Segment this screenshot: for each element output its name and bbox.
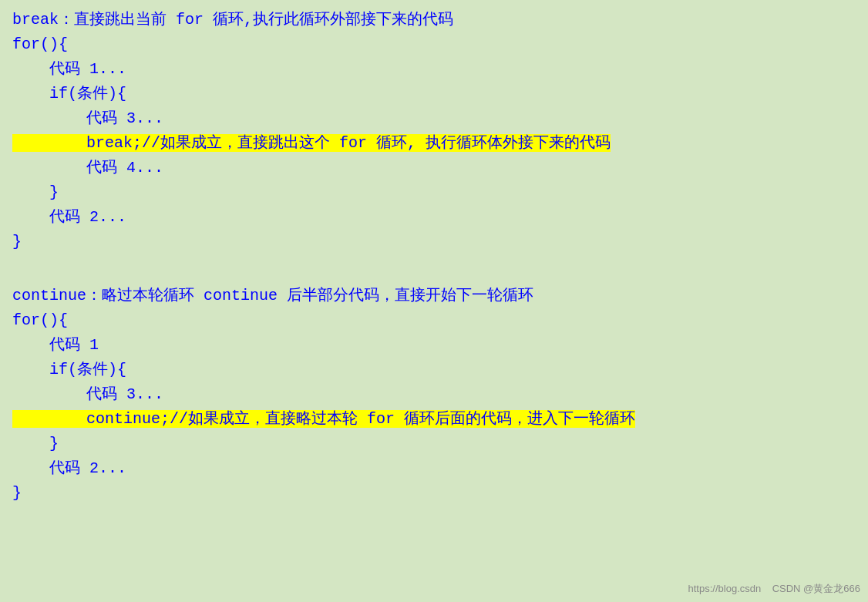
watermark: https://blog.csdn CSDN @黄金龙666 xyxy=(688,582,860,596)
break-code-line-7: 代码 2... xyxy=(12,205,856,230)
continue-code-line-0: for(){ xyxy=(12,308,856,333)
continue-code-line-5: } xyxy=(12,432,856,456)
section-gap xyxy=(12,262,856,284)
continue-code-line-7: } xyxy=(12,481,856,506)
continue-code-line-3: 代码 3... xyxy=(12,382,856,407)
break-code-block: for(){ 代码 1... if(条件){ 代码 3... break;//如… xyxy=(12,32,856,254)
break-code-line-4: break;//如果成立，直接跳出这个 for 循环, 执行循环体外接下来的代码 xyxy=(12,131,856,156)
continue-code-line-6: 代码 2... xyxy=(12,456,856,481)
continue-code-line-1: 代码 1 xyxy=(12,333,856,358)
watermark-left: https://blog.csdn xyxy=(688,583,762,594)
continue-description: continue：略过本轮循环 continue 后半部分代码，直接开始下一轮循… xyxy=(12,284,856,308)
continue-section: continue：略过本轮循环 continue 后半部分代码，直接开始下一轮循… xyxy=(12,284,856,506)
break-code-line-8: } xyxy=(12,230,856,254)
continue-code-line-2: if(条件){ xyxy=(12,358,856,382)
break-description: break：直接跳出当前 for 循环,执行此循环外部接下来的代码 xyxy=(12,8,856,32)
continue-code-block: for(){ 代码 1 if(条件){ 代码 3... continue;//如… xyxy=(12,308,856,506)
break-code-line-6: } xyxy=(12,180,856,205)
break-code-line-3: 代码 3... xyxy=(12,106,856,131)
break-section: break：直接跳出当前 for 循环,执行此循环外部接下来的代码 for(){… xyxy=(12,8,856,254)
break-code-line-1: 代码 1... xyxy=(12,57,856,82)
break-code-line-2: if(条件){ xyxy=(12,82,856,106)
watermark-right: CSDN @黄金龙666 xyxy=(772,583,860,594)
continue-code-line-4: continue;//如果成立，直接略过本轮 for 循环后面的代码，进入下一轮… xyxy=(12,407,856,432)
break-code-line-5: 代码 4... xyxy=(12,156,856,180)
break-code-line-0: for(){ xyxy=(12,32,856,57)
main-content: break：直接跳出当前 for 循环,执行此循环外部接下来的代码 for(){… xyxy=(0,0,868,521)
